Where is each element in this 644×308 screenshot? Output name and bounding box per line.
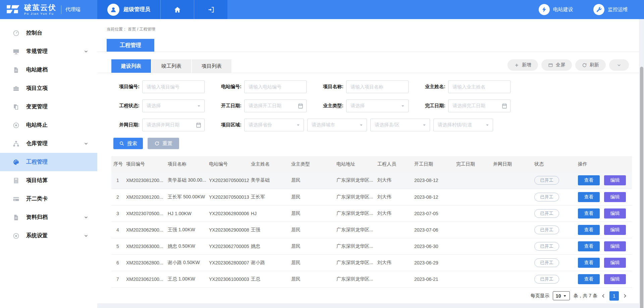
- view-button[interactable]: 查看: [578, 225, 600, 235]
- cell-完工日期: [454, 254, 491, 271]
- page-tab[interactable]: 工程管理: [107, 39, 154, 52]
- select-请选择县/区[interactable]: 请选择县/区: [370, 119, 430, 131]
- per-page-select[interactable]: 10: [553, 291, 570, 300]
- toolbar-全屏-button[interactable]: 全屏: [541, 59, 572, 71]
- cell-操作: 查看编辑: [576, 271, 632, 287]
- sidebar-item-工程管理[interactable]: 工程管理: [0, 153, 97, 171]
- cell-业主姓名: HJ: [249, 205, 289, 222]
- tab-建设列表[interactable]: 建设列表: [111, 59, 151, 73]
- tab-项目列表[interactable]: 项目列表: [192, 59, 231, 73]
- sidebar-item-label: 项目立项: [26, 85, 48, 92]
- select-请选择村镇/街道[interactable]: 请选择村镇/街道: [433, 119, 493, 131]
- cell-操作: 查看编辑: [576, 254, 632, 271]
- text-input[interactable]: [249, 84, 297, 89]
- select-请选择城市[interactable]: 请选择城市: [307, 119, 367, 131]
- input-请输入项目名称[interactable]: [346, 80, 409, 93]
- page-number[interactable]: 1: [609, 291, 619, 301]
- cell-项目编号: XM2023062900...: [124, 222, 166, 238]
- cell-序号: 2: [111, 189, 124, 205]
- sidebar-item-控制台[interactable]: 控制台: [0, 24, 97, 42]
- projects-table: 序号项目编号项目名称电站编号业主姓名业主类型电站地址工程人员开工日期完工日期并网…: [111, 156, 632, 288]
- sidebar-item-项目结算[interactable]: 项目结算: [0, 171, 97, 190]
- sidebar-item-常规管理[interactable]: 常规管理: [0, 42, 97, 61]
- breadcrumb-item-1[interactable]: 首页: [128, 27, 136, 32]
- status-badge: 已开工: [534, 275, 559, 284]
- sidebar-item-资料归档[interactable]: 资料归档: [0, 208, 97, 227]
- placeholder-text: 请选择城市: [312, 122, 335, 128]
- filter-field: 业主类型:请选择: [317, 100, 409, 112]
- select-请选择[interactable]: 请选择: [346, 100, 409, 112]
- filter-label: 开工日期:: [215, 103, 241, 109]
- cell-并网日期: [491, 172, 532, 189]
- sidebar-item-变更管理[interactable]: 变更管理: [0, 98, 97, 116]
- filter-field: 电站编号:: [215, 80, 307, 93]
- edit-button[interactable]: 编辑: [604, 241, 626, 251]
- edit-button[interactable]: 编辑: [604, 258, 626, 268]
- select-arrow-icon: [400, 103, 406, 109]
- edit-button[interactable]: 编辑: [604, 225, 626, 235]
- breadcrumb: 当前位置： 首页 / 工程管理: [97, 19, 639, 32]
- per-page-value: 10: [556, 293, 561, 299]
- filter-field: 开工日期:请选择开工日期: [215, 100, 307, 112]
- edit-button[interactable]: 编辑: [604, 175, 626, 185]
- toolbar-新增-button[interactable]: 新增: [507, 59, 538, 71]
- cell-操作: 查看编辑: [576, 222, 632, 238]
- datepicker-请选择完工日期[interactable]: 请选择完工日期: [448, 100, 511, 112]
- scrollbar-thumb[interactable]: [640, 67, 643, 308]
- next-page-button[interactable]: [622, 293, 628, 299]
- cell-电站地址: 广东深圳龙华区...: [334, 205, 375, 222]
- user-menu[interactable]: 超级管理员: [97, 0, 160, 19]
- edit-button[interactable]: 编辑: [604, 274, 626, 284]
- brand-logo: 破茧云伏 Po Jian Yun Fu 代理端: [0, 0, 97, 19]
- filter-label: 项目编号:: [113, 84, 140, 90]
- view-button[interactable]: 查看: [578, 274, 600, 284]
- sidebar-item-项目立项[interactable]: 项目立项: [0, 79, 97, 98]
- view-button[interactable]: 查看: [578, 175, 600, 185]
- input-请输入电站编号[interactable]: [244, 80, 307, 93]
- reset-button[interactable]: 重置: [148, 138, 179, 149]
- sidebar-item-系统设置[interactable]: 系统设置: [0, 227, 97, 245]
- view-button[interactable]: 查看: [578, 192, 600, 202]
- cell-序号: 5: [111, 238, 124, 254]
- wrench-icon-circle: [593, 4, 604, 15]
- cell-电站地址: 广东深圳龙华区...: [334, 254, 375, 271]
- cell-项目编号: XM2023081200...: [124, 172, 166, 189]
- column-header-工程人员: 工程人员: [375, 156, 412, 172]
- cell-业主姓名: 美学基础: [249, 172, 289, 189]
- sidebar-item-开二类卡[interactable]: 开二类卡: [0, 190, 97, 208]
- edit-button[interactable]: 编辑: [604, 208, 626, 219]
- cell-业主类型: 居民: [289, 222, 334, 238]
- edit-button[interactable]: 编辑: [604, 192, 626, 202]
- topbar-link-label: 电站建设: [553, 6, 573, 13]
- view-button[interactable]: 查看: [578, 258, 600, 268]
- cell-项目编号: XM2023063000...: [124, 238, 166, 254]
- text-input[interactable]: [351, 84, 399, 89]
- logout-button[interactable]: [194, 0, 227, 19]
- topbar-link-2[interactable]: 监控运维: [593, 4, 628, 15]
- home-button[interactable]: [160, 0, 194, 19]
- datepicker-请选择开工日期[interactable]: 请选择开工日期: [244, 100, 307, 112]
- column-header-业主类型: 业主类型: [289, 156, 334, 172]
- toolbar-more-button[interactable]: [609, 59, 629, 71]
- topbar-link-1[interactable]: 电站建设: [539, 4, 573, 15]
- view-button[interactable]: 查看: [578, 241, 600, 251]
- sidebar-item-电站终止[interactable]: 电站终止: [0, 116, 97, 134]
- brand-logo-icon: [5, 4, 21, 16]
- select-请选择省份[interactable]: 请选择省份: [244, 119, 304, 131]
- toolbar-刷新-button[interactable]: 刷新: [575, 59, 606, 71]
- input-请输入项目编号[interactable]: [142, 80, 205, 93]
- text-input[interactable]: [452, 84, 501, 89]
- view-button[interactable]: 查看: [578, 208, 600, 219]
- prev-page-button[interactable]: [601, 293, 606, 299]
- chevron-down-icon: [616, 63, 622, 68]
- search-button[interactable]: 搜索: [113, 138, 143, 149]
- sidebar-item-label: 常规管理: [26, 48, 48, 55]
- sidebar-item-电站建档[interactable]: 电站建档: [0, 61, 97, 79]
- datepicker-请选择并网日期[interactable]: 请选择并网日期: [142, 119, 205, 131]
- placeholder-text: 请选择完工日期: [452, 103, 485, 109]
- select-请选择[interactable]: 请选择: [142, 100, 205, 112]
- tab-竣工列表[interactable]: 竣工列表: [152, 59, 191, 73]
- input-请输入业主姓名[interactable]: [448, 80, 511, 93]
- sidebar-item-仓库管理[interactable]: 仓库管理: [0, 134, 97, 153]
- text-input[interactable]: [147, 84, 195, 89]
